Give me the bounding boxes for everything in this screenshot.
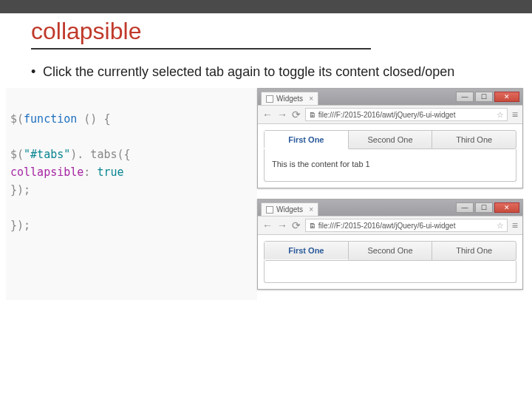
close-tab-icon[interactable]: × xyxy=(309,95,313,103)
tab-panel: This is the content for tab 1 xyxy=(264,149,516,182)
close-button[interactable]: ✕ xyxy=(494,202,519,213)
address-bar[interactable]: 🗎 file:///F:/2015-2016/awt/jQuery/6-ui-w… xyxy=(305,108,508,121)
file-icon xyxy=(266,95,273,103)
tab-panel-collapsed xyxy=(264,261,516,283)
url-text: file:///F:/2015-2016/awt/jQuery/6-ui-wid… xyxy=(318,222,456,230)
bullet-item: •Click the currently selected tab again … xyxy=(0,50,532,88)
browser-tab-title: Widgets xyxy=(276,205,303,214)
menu-icon[interactable]: ≡ xyxy=(512,109,518,120)
tab-third[interactable]: Third One xyxy=(432,131,516,149)
bookmark-star-icon[interactable]: ☆ xyxy=(497,221,504,231)
back-icon[interactable]: ← xyxy=(262,109,273,120)
tabs-widget: First One Second One Third One xyxy=(264,130,516,149)
maximize-button[interactable]: ☐ xyxy=(475,92,493,102)
bullet-text: Click the currently selected tab again t… xyxy=(43,64,454,79)
maximize-button[interactable]: ☐ xyxy=(475,202,493,213)
close-button[interactable]: ✕ xyxy=(494,92,519,102)
reload-icon[interactable]: ⟳ xyxy=(292,109,301,120)
file-icon: 🗎 xyxy=(309,111,316,119)
browser-window-open: Widgets × — ☐ ✕ ← → ⟳ 🗎 file:///F:/2015-… xyxy=(257,88,523,188)
minimize-button[interactable]: — xyxy=(456,202,474,213)
menu-icon[interactable]: ≡ xyxy=(512,219,518,231)
close-tab-icon[interactable]: × xyxy=(309,205,313,214)
browser-window-collapsed: Widgets × — ☐ ✕ ← → ⟳ 🗎 file:///F:/2015-… xyxy=(257,199,523,290)
forward-icon[interactable]: → xyxy=(277,219,287,231)
back-icon[interactable]: ← xyxy=(262,219,273,231)
tab-panel-text: This is the content for tab 1 xyxy=(272,160,370,168)
tab-first[interactable]: First One xyxy=(265,242,349,260)
browser-tab-title: Widgets xyxy=(276,95,303,103)
browser-tab[interactable]: Widgets × xyxy=(261,202,318,216)
tabs-widget-collapsed: First One Second One Third One xyxy=(264,241,516,261)
code-snippet: $(function () { $("#tabs"). tabs({ colla… xyxy=(6,88,257,300)
slide-top-bar xyxy=(0,0,532,13)
bookmark-star-icon[interactable]: ☆ xyxy=(497,110,504,120)
file-icon: 🗎 xyxy=(309,222,316,230)
slide-title: collapsible xyxy=(0,13,532,48)
minimize-button[interactable]: — xyxy=(456,92,474,102)
tab-first[interactable]: First One xyxy=(265,131,349,149)
reload-icon[interactable]: ⟳ xyxy=(292,219,301,231)
tab-second[interactable]: Second One xyxy=(349,242,433,260)
address-bar[interactable]: 🗎 file:///F:/2015-2016/awt/jQuery/6-ui-w… xyxy=(305,219,508,232)
tab-second[interactable]: Second One xyxy=(349,131,433,149)
tab-third[interactable]: Third One xyxy=(432,242,516,260)
browser-tab[interactable]: Widgets × xyxy=(261,92,318,105)
file-icon xyxy=(266,206,273,214)
forward-icon[interactable]: → xyxy=(277,109,287,120)
url-text: file:///F:/2015-2016/awt/jQuery/6-ui-wid… xyxy=(318,111,456,119)
